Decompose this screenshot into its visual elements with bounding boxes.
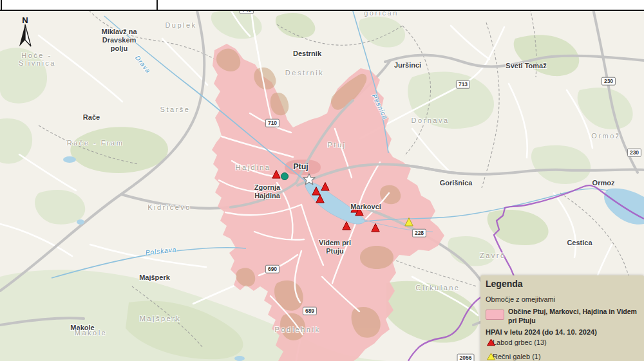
area-label: Ormož [591,132,621,140]
legend-swan-label: Labod grbec (13) [493,338,547,346]
green-dot-marker[interactable] [281,173,289,180]
top-bar-divider [1,0,2,10]
legend: Legenda Območje z omejitvami Občine Ptuj… [480,275,644,361]
road-badge-230: 230 [627,149,641,157]
area-label: Majšperk [140,315,182,322]
road-badge-710: 710 [265,119,279,127]
road-badge-230: 230 [601,77,616,86]
north-label: N [22,15,28,25]
area-label: Podlehnik [275,326,321,333]
legend-zone-section: Območje z omejitvami [486,295,555,303]
map-canvas[interactable]: N Rače Miklavž na Dravskem polju Destrni… [0,0,644,361]
road-badge-2056: 2056 [457,354,475,361]
area-label: Cirkulane [416,284,460,292]
area-label: Duplek [165,21,196,29]
legend-gull-label: Rečni galeb (1) [493,353,541,360]
town-label: Rače [83,113,100,121]
area-label: Dornava [411,116,449,124]
legend-title: Legenda [486,279,523,289]
top-bar [0,0,644,11]
town-label: Ptuju [326,247,344,255]
road-badge-713: 713 [456,80,470,89]
area-label: Hoče - [21,51,52,59]
area-label: Zavrč [480,252,506,259]
area-label: Slivnica [19,59,56,67]
area-label: Ptuj [328,141,346,149]
area-label: Starše [160,106,191,113]
town-label: Ormoz [592,179,615,187]
town-label: Gorišnica [440,179,473,187]
town-label: Videm pri [319,239,351,246]
area-label: Hajdina [236,163,271,171]
legend-hpai-section: HPAI v letu 2024 (do 14. 10. 2024) [486,328,597,336]
top-bar-divider [156,0,158,10]
town-label: Cestica [567,239,592,246]
area-label: Destrnik [285,69,324,77]
road-badge-690: 690 [265,265,279,273]
town-label: Destrnik [293,50,321,57]
legend-gull-row: Rečni galeb (1) [487,353,541,360]
road-badge-228: 228 [412,229,426,237]
legend-swan-row: Labod grbec (13) [487,338,547,346]
area-label: Kidričevo [147,203,191,211]
town-label: Hajdina [254,192,280,199]
town-label-ptuj: Ptuj [293,162,308,171]
area-label: Rače - Fram [67,139,124,147]
town-label: polju [111,44,128,52]
town-label: Juršinci [394,61,421,69]
town-label: Miklavž na [101,28,137,35]
town-label: Sveti Tomaž [506,62,546,69]
area-label: Makole [75,329,107,337]
road-badge-689: 689 [303,307,317,315]
town-label: Majšperk [139,273,170,281]
town-label: Zgornja [254,183,280,191]
legend-zone-swatch [486,310,504,320]
legend-zone-label: Občine Ptuj, Markovci, Hajdina in Videm … [508,307,642,325]
town-label: Dravskem [102,36,137,44]
town-label: Markovci [350,203,381,210]
